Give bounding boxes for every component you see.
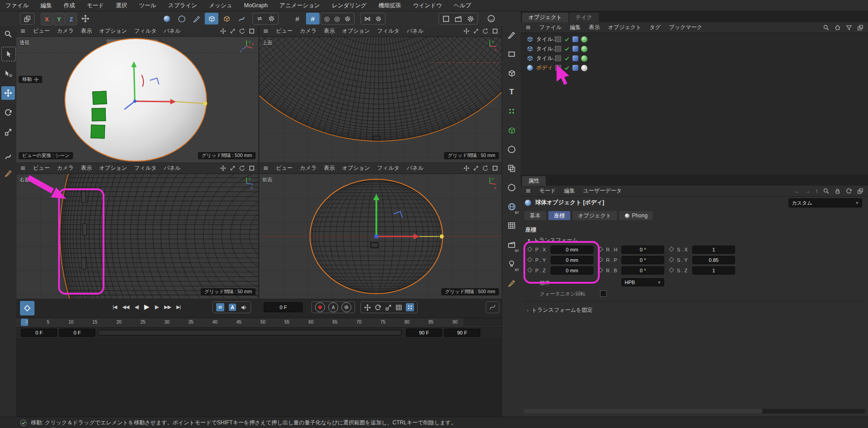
vp-menu-panel[interactable]: パネル (407, 164, 424, 172)
interactive-render-icon[interactable] (485, 13, 498, 25)
vp-menu-filter[interactable]: フィルタ (377, 27, 399, 35)
vp-menu-filter[interactable]: フィルタ (377, 164, 399, 172)
preview-start-field[interactable]: 0 F (59, 329, 95, 337)
sky-object-icon[interactable]: ST (505, 200, 518, 213)
pan-view-icon[interactable] (464, 28, 469, 34)
play-button[interactable]: ▶ (144, 303, 149, 311)
vp-menu-filter[interactable]: フィルタ (134, 27, 157, 35)
menu-render[interactable]: レンダリング (332, 2, 367, 10)
go-parent-icon[interactable]: ↑ (815, 188, 818, 194)
panel-menu-icon[interactable] (263, 165, 269, 171)
dolly-view-icon[interactable] (473, 28, 479, 34)
object-name[interactable]: タイル.2 (536, 45, 557, 53)
lock-y-axis-button[interactable]: Y (53, 13, 65, 25)
vp-menu-view[interactable]: ビュー (276, 27, 293, 35)
popout-icon[interactable] (857, 25, 863, 31)
vp-menu-view[interactable]: ビュー (33, 27, 50, 35)
layer-chip[interactable] (555, 36, 561, 42)
vp-menu-camera[interactable]: カメラ (300, 27, 317, 35)
tab-attributes[interactable]: 属性 (522, 176, 546, 186)
tablet-pen-icon[interactable] (505, 276, 518, 290)
range-end-field[interactable]: 90 F (444, 329, 480, 337)
rb-field[interactable]: 0 ° (621, 266, 664, 275)
attr-menu-userdata[interactable]: ユーザーデータ (583, 187, 622, 195)
panel-menu-icon[interactable] (263, 28, 269, 34)
search-icon[interactable] (823, 25, 829, 31)
vp-menu-view[interactable]: ビュー (276, 164, 293, 172)
tab-object[interactable]: オブジェクト (572, 211, 617, 220)
dolly-view-icon[interactable] (230, 165, 236, 171)
menu-help[interactable]: ヘルプ (454, 2, 471, 10)
preview-end-field[interactable]: 90 F (406, 329, 442, 337)
vp-menu-display[interactable]: 表示 (324, 27, 335, 35)
spline-smooth-tool-button[interactable] (1, 150, 15, 163)
object-name[interactable]: ボディ (536, 64, 553, 72)
live-selection-tool-button[interactable] (1, 47, 16, 61)
history-back-icon[interactable]: ← (794, 188, 800, 194)
symmetry-icon[interactable]: ⋈ (364, 15, 370, 22)
phong-tag[interactable] (572, 55, 578, 61)
vp-menu-view[interactable]: ビュー (33, 164, 50, 172)
field-icon[interactable] (505, 181, 518, 194)
om-menu-object[interactable]: オブジェクト (608, 24, 641, 31)
render-view-icon[interactable] (442, 15, 450, 23)
frame-ruler[interactable]: 051015202530354045505560657075808590 (16, 318, 502, 328)
snap-target-icon[interactable]: ◎ (324, 15, 330, 22)
zoom-tool-button[interactable] (1, 27, 15, 41)
goto-start-button[interactable]: |◀ (113, 304, 117, 310)
menu-extensions[interactable]: 機能拡張 (379, 2, 401, 10)
menu-select[interactable]: 選択 (116, 2, 127, 10)
panel-menu-icon[interactable] (20, 28, 26, 34)
keyframe-dot[interactable] (669, 257, 674, 262)
lock-x-axis-button[interactable]: X (41, 13, 53, 25)
toggle-view-icon[interactable] (492, 165, 498, 171)
cube-primitive-icon[interactable] (505, 66, 518, 80)
rp-field[interactable]: 0 ° (621, 256, 664, 264)
vp-menu-panel[interactable]: パネル (407, 27, 424, 35)
menu-edit[interactable]: 編集 (40, 2, 52, 10)
next-key-button[interactable]: ▶▶ (164, 304, 171, 310)
sz-field[interactable]: 1 (692, 266, 735, 275)
viewport-front-canvas[interactable]: 前面 グリッド間隔 : 500 mm YX (259, 174, 502, 299)
capsule-primitive-icon[interactable] (175, 13, 188, 25)
om-menu-bookmarks[interactable]: ブックマーク (669, 24, 702, 31)
stage-object-icon[interactable] (505, 219, 518, 232)
move-tool-button[interactable] (1, 86, 15, 100)
sync-icon[interactable] (846, 188, 852, 194)
orbit-view-icon[interactable] (239, 28, 245, 34)
vp-menu-camera[interactable]: カメラ (300, 164, 317, 172)
toggle-view-icon[interactable] (249, 28, 255, 34)
toggle-view-icon[interactable] (492, 28, 498, 34)
prev-key-button[interactable]: ◀◀ (122, 304, 129, 310)
attr-menu-edit[interactable]: 編集 (564, 187, 575, 195)
settings-gear-icon[interactable] (268, 15, 275, 22)
viewport-right-canvas[interactable]: 右面 グリッド間隔 : 50 mm YZ (16, 174, 258, 299)
om-menu-edit[interactable]: 編集 (570, 24, 581, 31)
fcurve-button[interactable] (486, 301, 499, 313)
vp-menu-display[interactable]: 表示 (324, 164, 335, 172)
home-icon[interactable] (834, 25, 841, 31)
range-scrollbar[interactable] (97, 330, 402, 336)
sx-field[interactable]: 1 (692, 246, 735, 254)
text-object-icon[interactable]: T (505, 85, 518, 99)
om-menu-tags[interactable]: タグ (650, 24, 661, 31)
modeling-axis-button[interactable] (79, 13, 92, 25)
render-picture-viewer-icon[interactable] (454, 15, 462, 23)
tab-objects[interactable]: オブジェクト (522, 13, 568, 22)
pen-tool-icon[interactable] (505, 28, 518, 42)
volume-icon[interactable] (505, 143, 518, 156)
snap-gear-icon[interactable] (344, 15, 351, 22)
cube-primitive-icon[interactable] (205, 13, 218, 25)
keyframe-dot[interactable] (669, 267, 674, 272)
menu-mesh[interactable]: メッシュ (209, 2, 232, 10)
vp-menu-panel[interactable]: パネル (164, 27, 181, 35)
menu-mode[interactable]: モード (87, 2, 104, 10)
dolly-view-icon[interactable] (473, 165, 479, 171)
lock-z-axis-button[interactable]: Z (65, 13, 77, 25)
phong-tag[interactable] (572, 46, 578, 52)
layer-chip[interactable] (555, 46, 561, 52)
workplane-button[interactable] (20, 13, 35, 25)
phong-tag[interactable] (572, 36, 578, 42)
orbit-view-icon[interactable] (483, 165, 488, 171)
om-menu-view[interactable]: 表示 (589, 24, 600, 31)
